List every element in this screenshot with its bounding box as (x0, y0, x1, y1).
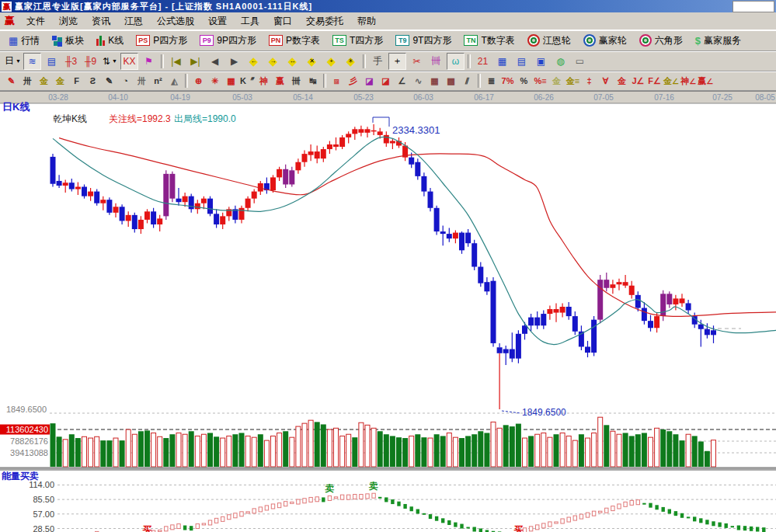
chart-canvas[interactable]: 03-2804-1004-1905-0305-1405-2306-0306-17… (0, 92, 776, 532)
win-grid-tool[interactable]: 赢 (272, 73, 288, 89)
pattern-view-button[interactable]: ≋ (23, 53, 41, 70)
gann-wheel-button[interactable]: 江恩轮 (522, 33, 576, 49)
menu-item-formula-picker[interactable]: 公式选股 (150, 12, 201, 30)
n2-grid-tool[interactable]: n² (150, 73, 166, 89)
star-web-tool[interactable]: ✳ (207, 73, 223, 89)
expand-star-button[interactable]: ◆✳ (342, 53, 360, 70)
period-day-dropdown[interactable]: 日▼ (4, 53, 22, 70)
pane-separator[interactable] (0, 468, 776, 471)
time-cycle-tool[interactable]: ◔ (117, 73, 134, 89)
compress-left-button[interactable]: ◆← (245, 53, 263, 70)
menu-item-file[interactable]: 文件 (19, 12, 52, 30)
kline-button[interactable]: K线 (91, 33, 129, 49)
three-line-button[interactable]: ╫3 (62, 53, 80, 70)
drag-hand-button[interactable]: 手 (369, 53, 387, 70)
brush-grid-tool[interactable]: ✎ (101, 73, 117, 89)
gold-grid-tool[interactable]: 金 (36, 73, 52, 89)
fan-square2-tool[interactable]: ◪ (378, 73, 394, 89)
quote-table-button[interactable]: ▦行情 (3, 33, 45, 49)
menu-item-trade[interactable]: 交易委托 (299, 12, 350, 30)
percent7-tool[interactable]: 7% (499, 73, 516, 89)
f-angle-tool[interactable]: F∠ (646, 73, 663, 89)
gann-count-tool[interactable]: ≣ (483, 73, 499, 89)
wave-band-tool[interactable]: ∀ (597, 73, 614, 89)
bar-ruler-tool[interactable]: 卅 (134, 73, 150, 89)
angle-measure-tool[interactable]: ◭ (166, 73, 183, 89)
compress-right-button[interactable]: ◆→ (264, 53, 282, 70)
pen-tool[interactable]: ✎ (3, 73, 19, 89)
gold-line-tool[interactable]: 金≡ (565, 73, 581, 89)
first-page-button[interactable]: |◀ (167, 53, 185, 70)
shen-grid-tool[interactable]: 神 (256, 73, 272, 89)
p-square-button[interactable]: PSP四方形 (130, 33, 193, 49)
color-chart-button[interactable]: ⚑ (140, 53, 158, 70)
mark-pen-tool[interactable]: ‡ (581, 73, 597, 89)
count-grid-tool[interactable]: 卌 (288, 73, 304, 89)
save-button[interactable]: ▣ (532, 53, 550, 70)
trend-pen-tool[interactable]: ∠ (394, 73, 410, 89)
formula-edit-button[interactable]: KX (120, 53, 138, 70)
candle-type-dropdown[interactable]: ⇅▼ (101, 53, 119, 70)
menu-item-help[interactable]: 帮助 (350, 12, 383, 30)
gann-mark-button[interactable]: 卌 (427, 53, 445, 70)
menu-item-gann[interactable]: 江恩 (117, 12, 150, 30)
menu-item-window[interactable]: 窗口 (266, 12, 299, 30)
shen-angle-tool[interactable]: 神∠ (680, 73, 697, 89)
chart-area[interactable]: 03-2804-1004-1905-0305-1405-2306-0306-17… (0, 91, 776, 532)
box-select-tool[interactable]: ⧈ (329, 73, 345, 89)
gold-circle-tool[interactable]: 金 (548, 73, 565, 89)
calculator-button[interactable]: ▦ (493, 53, 511, 70)
grid-overlay2-tool[interactable]: ▩ (443, 73, 459, 89)
prev-page-button[interactable]: ◀ (206, 53, 224, 70)
percent-tool[interactable]: % (516, 73, 532, 89)
expand-cross-button[interactable]: ◆+ (322, 53, 340, 70)
notes-button[interactable]: ▤ (513, 53, 531, 70)
cut-measure-button[interactable]: ✂ (408, 53, 426, 70)
smart-brain-button[interactable]: ω (447, 53, 465, 70)
info-view-button[interactable]: ▤ (43, 53, 61, 70)
ray-fan-tool[interactable]: 彡 (345, 73, 361, 89)
network-button[interactable]: ◍ (552, 53, 569, 70)
winner-wheel-button[interactable]: 赢家轮 (578, 33, 632, 49)
s-grid-tool[interactable]: Ƨ (85, 73, 101, 89)
computer-button[interactable]: ▭ (571, 53, 589, 70)
menu-item-tools[interactable]: 工具 (234, 12, 266, 30)
percent-line-tool[interactable]: %≡ (532, 73, 548, 89)
menu-item-settings[interactable]: 设置 (201, 12, 234, 30)
gold-angle-tool[interactable]: 金∠ (663, 73, 680, 89)
gold-red-tool[interactable]: 金 (614, 73, 630, 89)
nine-line-button[interactable]: ╫9 (82, 53, 99, 70)
kline-quote-tool[interactable]: K〞 (239, 73, 256, 89)
sector-button[interactable]: 板块 (47, 33, 89, 49)
last-page-button[interactable]: ▶| (186, 53, 204, 70)
parallel-lines-tool[interactable]: ⫽ (459, 73, 475, 89)
menu-item-browse[interactable]: 浏览 (52, 12, 85, 30)
crosshair-button[interactable]: ＋ (388, 53, 406, 70)
collapse-button[interactable]: ◆✕ (303, 53, 321, 70)
wave-tool[interactable]: ∿ (410, 73, 426, 89)
web-grid-tool[interactable]: ▦ (223, 73, 239, 89)
t-digit-table-button[interactable]: TNT数字表 (458, 33, 520, 49)
win-angle-tool[interactable]: 赢∠ (697, 73, 714, 89)
gold-grid2-tool[interactable]: 金 (52, 73, 68, 89)
f-grid-tool[interactable]: F (68, 73, 85, 89)
fan-square-tool[interactable]: ◪ (361, 73, 378, 89)
winner-service-button[interactable]: $赢家服务 (690, 33, 746, 49)
volume-bar (698, 441, 704, 467)
f-angle-icon: F∠ (648, 76, 661, 86)
t-square-button[interactable]: TST四方形 (327, 33, 388, 49)
hexagon-button[interactable]: 六角形 (634, 33, 688, 49)
stretch-horizontal-button[interactable]: ◆↔ (284, 53, 301, 70)
volume-bar (138, 431, 144, 467)
gann-circle-tool[interactable]: ⊕ (190, 73, 207, 89)
j-angle-tool[interactable]: J∠ (630, 73, 646, 89)
grid-overlay-tool[interactable]: ▦ (426, 73, 443, 89)
nine-p-square-button[interactable]: P99P四方形 (194, 33, 262, 49)
menu-item-news[interactable]: 资讯 (85, 12, 117, 30)
calendar-button[interactable]: 21 (474, 53, 492, 70)
nine-t-square-button[interactable]: T99T四方形 (390, 33, 457, 49)
p-digit-table-button[interactable]: PNP数字表 (263, 33, 325, 49)
ruler-grid-tool[interactable]: 卅 (19, 73, 36, 89)
span-arrow-tool[interactable]: ↹ (304, 73, 321, 89)
next-page-button[interactable]: ▶ (225, 53, 243, 70)
